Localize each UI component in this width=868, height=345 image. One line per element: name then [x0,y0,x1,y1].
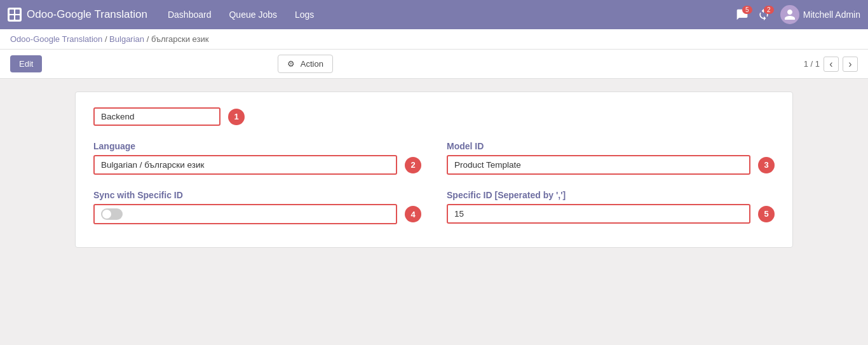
language-group: Language 2 [93,141,421,175]
language-label: Language [93,141,421,151]
sync-label: Sync with Specific ID [93,190,421,200]
specific-id-input[interactable] [447,204,750,224]
sync-group: Sync with Specific ID 4 [93,190,421,224]
model-id-input[interactable] [447,155,750,175]
action-label: Action [301,59,323,69]
next-page-button[interactable] [843,57,858,72]
step-badge-2: 2 [405,157,421,173]
topnav-right: 5 2 Mitchell Admin [736,5,860,24]
update-count: 2 [764,6,774,14]
step-badge-4: 4 [405,206,421,222]
language-field-row: 2 [93,155,421,175]
chevron-right-icon [848,58,851,70]
sync-toggle[interactable] [101,208,123,220]
nav-dashboard[interactable]: Dashboard [160,6,219,24]
nav-logs[interactable]: Logs [287,6,322,24]
app-logo[interactable]: Odoo-Google Translation [8,8,147,22]
specific-id-group: Specific ID [Seperated by ','] 5 [447,190,775,224]
chevron-left-icon [829,58,832,70]
form-card: 1 Language 2 Model ID 3 S [75,91,793,248]
model-id-field-row: 3 [447,155,775,175]
breadcrumb: Odoo-Google Translation / Bulgarian / бъ… [0,29,868,50]
top-navigation: Odoo-Google Translation Dashboard Queue … [0,0,868,29]
gear-icon [287,59,297,69]
breadcrumb-sep-2: / [144,34,151,44]
user-menu[interactable]: Mitchell Admin [780,5,860,24]
chat-count: 5 [742,6,752,14]
user-name: Mitchell Admin [803,10,860,20]
nav-links: Dashboard Queue Jobs Logs [160,6,723,24]
app-logo-icon [8,8,22,22]
chat-badge[interactable]: 5 [736,8,749,21]
specific-id-label: Specific ID [Seperated by ','] [447,190,775,200]
prev-page-button[interactable] [824,57,839,72]
action-button[interactable]: Action [278,55,333,73]
update-badge[interactable]: 2 [757,8,770,21]
name-row: 1 [93,107,775,126]
app-title: Odoo-Google Translation [27,8,147,21]
breadcrumb-link-1[interactable]: Odoo-Google Translation [10,34,102,44]
sync-toggle-container [93,204,397,224]
step-badge-3: 3 [758,157,775,173]
step-badge-1: 1 [228,109,245,125]
language-input[interactable] [93,155,397,175]
pagination: 1 / 1 [804,57,858,72]
breadcrumb-link-2[interactable]: Bulgarian [109,34,144,44]
pagination-text: 1 / 1 [804,59,820,69]
breadcrumb-current: български език [151,34,209,44]
model-id-group: Model ID 3 [447,141,775,175]
edit-button[interactable]: Edit [10,55,42,72]
main-content: 1 Language 2 Model ID 3 S [0,79,868,333]
sync-specificid-row: Sync with Specific ID 4 Specific ID [Sep… [93,190,775,224]
breadcrumb-sep-1: / [102,34,109,44]
step-badge-5: 5 [758,206,775,222]
language-modelid-row: Language 2 Model ID 3 [93,141,775,175]
toolbar: Edit Action 1 / 1 [0,50,868,79]
model-id-label: Model ID [447,141,775,151]
toggle-slider [101,208,123,220]
name-input[interactable] [93,107,220,126]
sync-field-row: 4 [93,204,421,224]
specific-id-field-row: 5 [447,204,775,224]
user-avatar [780,5,799,24]
nav-queue-jobs[interactable]: Queue Jobs [221,6,285,24]
